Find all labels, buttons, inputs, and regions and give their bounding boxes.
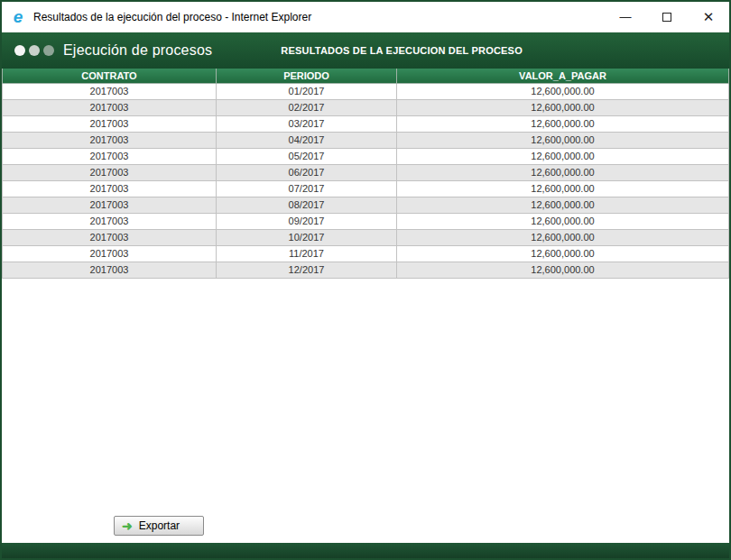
- table-cell-periodo: 08/2017: [217, 197, 397, 213]
- column-header-contrato: CONTRATO: [3, 69, 217, 83]
- app-title: Ejecución de procesos: [63, 42, 212, 59]
- table-cell-valor: 12,600,000.00: [397, 213, 729, 229]
- window-title: Resultados de la ejecución del proceso -…: [33, 11, 311, 23]
- table-row: 2017003 09/2017 12,600,000.00: [3, 213, 729, 229]
- export-arrow-icon: ➜: [122, 519, 133, 532]
- table-row: 2017003 05/2017 12,600,000.00: [3, 148, 729, 164]
- table-cell-periodo: 10/2017: [217, 229, 397, 245]
- table-cell-contrato: 2017003: [3, 213, 217, 229]
- maximize-button[interactable]: [646, 2, 688, 32]
- table-cell-valor: 12,600,000.00: [397, 197, 729, 213]
- export-button-label: Exportar: [139, 519, 180, 532]
- table-cell-contrato: 2017003: [3, 99, 217, 115]
- window-controls: — ✕: [605, 2, 729, 32]
- table-row: 2017003 10/2017 12,600,000.00: [3, 229, 729, 245]
- table-cell-contrato: 2017003: [3, 132, 217, 148]
- table-cell-valor: 12,600,000.00: [397, 180, 729, 197]
- table-cell-contrato: 2017003: [3, 245, 217, 262]
- table-row: 2017003 03/2017 12,600,000.00: [3, 115, 729, 132]
- table-cell-periodo: 02/2017: [217, 99, 397, 115]
- table-cell-periodo: 05/2017: [217, 148, 397, 164]
- title-bar: e Resultados de la ejecución del proceso…: [2, 2, 729, 32]
- ie-logo-icon: e: [9, 8, 27, 26]
- maximize-icon: [662, 13, 671, 22]
- minimize-button[interactable]: —: [605, 2, 646, 32]
- results-table: CONTRATO PERIODO VALOR_A_PAGAR 2017003 0…: [2, 69, 729, 279]
- table-cell-periodo: 03/2017: [217, 115, 397, 132]
- table-header-row: CONTRATO PERIODO VALOR_A_PAGAR: [3, 69, 729, 83]
- table-row: 2017003 11/2017 12,600,000.00: [3, 245, 729, 262]
- table-cell-contrato: 2017003: [3, 229, 217, 245]
- button-row: ➜ Exportar: [2, 516, 729, 543]
- table-cell-contrato: 2017003: [3, 148, 217, 164]
- table-row: 2017003 02/2017 12,600,000.00: [3, 99, 729, 115]
- table-row: 2017003 07/2017 12,600,000.00: [3, 180, 729, 197]
- table-body: 2017003 01/2017 12,600,000.00 2017003 02…: [3, 83, 729, 278]
- ie-window: e Resultados de la ejecución del proceso…: [0, 0, 731, 560]
- table-cell-periodo: 04/2017: [217, 132, 397, 148]
- table-cell-contrato: 2017003: [3, 115, 217, 132]
- table-row: 2017003 01/2017 12,600,000.00: [3, 83, 729, 99]
- table-cell-contrato: 2017003: [3, 197, 217, 213]
- table-cell-valor: 12,600,000.00: [397, 83, 729, 99]
- table-cell-periodo: 06/2017: [217, 164, 397, 180]
- table-cell-periodo: 11/2017: [217, 245, 397, 262]
- table-cell-valor: 12,600,000.00: [397, 148, 729, 164]
- table-cell-valor: 12,600,000.00: [397, 164, 729, 180]
- table-cell-contrato: 2017003: [3, 180, 217, 197]
- table-cell-valor: 12,600,000.00: [397, 229, 729, 245]
- page-title: RESULTADOS DE LA EJECUCION DEL PROCESO: [281, 45, 523, 56]
- table-cell-contrato: 2017003: [3, 83, 217, 99]
- table-cell-periodo: 09/2017: [217, 213, 397, 229]
- column-header-valor: VALOR_A_PAGAR: [397, 69, 729, 83]
- table-cell-periodo: 01/2017: [217, 83, 397, 99]
- table-row: 2017003 12/2017 12,600,000.00: [3, 262, 729, 278]
- header-dots: [14, 45, 54, 56]
- table-cell-contrato: 2017003: [3, 164, 217, 180]
- app-header: Ejecución de procesos RESULTADOS DE LA E…: [2, 32, 729, 69]
- table-cell-periodo: 07/2017: [217, 180, 397, 197]
- table-row: 2017003 06/2017 12,600,000.00: [3, 164, 729, 180]
- table-cell-valor: 12,600,000.00: [397, 99, 729, 115]
- close-button[interactable]: ✕: [688, 2, 729, 32]
- empty-area: [2, 279, 729, 517]
- dot-icon: [43, 45, 54, 56]
- content-area: CONTRATO PERIODO VALOR_A_PAGAR 2017003 0…: [2, 69, 729, 543]
- column-header-periodo: PERIODO: [217, 69, 397, 83]
- table-cell-valor: 12,600,000.00: [397, 262, 729, 278]
- dot-icon: [29, 45, 40, 56]
- table-row: 2017003 04/2017 12,600,000.00: [3, 132, 729, 148]
- table-cell-periodo: 12/2017: [217, 262, 397, 278]
- bottom-bar: [2, 543, 729, 558]
- table-cell-valor: 12,600,000.00: [397, 132, 729, 148]
- table-cell-contrato: 2017003: [3, 262, 217, 278]
- dot-icon: [14, 45, 25, 56]
- table-cell-valor: 12,600,000.00: [397, 245, 729, 262]
- table-cell-valor: 12,600,000.00: [397, 115, 729, 132]
- table-row: 2017003 08/2017 12,600,000.00: [3, 197, 729, 213]
- export-button[interactable]: ➜ Exportar: [114, 516, 204, 536]
